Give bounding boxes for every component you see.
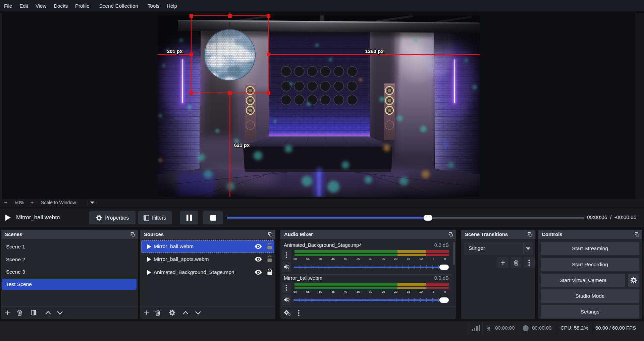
svg-text:621 px: 621 px <box>234 142 250 148</box>
svg-text:1260 px: 1260 px <box>365 48 384 54</box>
svg-text:201 px: 201 px <box>167 48 183 54</box>
